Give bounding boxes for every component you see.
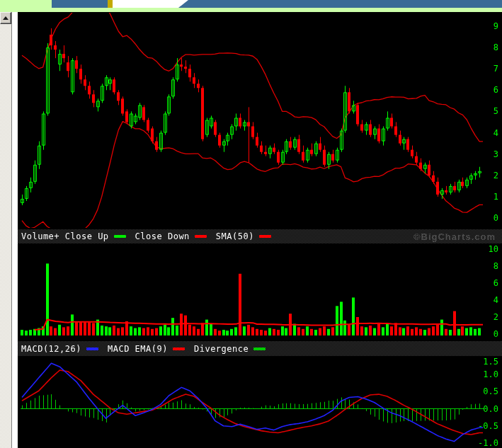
y-axis-tick: 10 bbox=[489, 244, 498, 254]
legend-label-divergence: Divergence bbox=[194, 344, 249, 354]
y-axis-tick: 1.0 bbox=[483, 369, 498, 379]
y-axis-tick: 0.0 bbox=[483, 404, 498, 414]
y-axis-tick: 4 bbox=[494, 295, 498, 305]
y-axis-tick: 6 bbox=[494, 278, 498, 288]
bigcharts-watermark: ©BigCharts.com bbox=[413, 231, 496, 242]
macd-ema-swatch bbox=[173, 348, 185, 350]
y-axis-tick: 3 bbox=[494, 149, 498, 159]
y-axis-tick: 8 bbox=[494, 261, 498, 271]
y-axis-tick: 1.5 bbox=[483, 357, 498, 367]
y-axis-tick: 0 bbox=[494, 213, 498, 223]
legend-label-close-up: Volume+ Close Up bbox=[21, 231, 109, 241]
stock-chart-canvas bbox=[0, 0, 502, 448]
y-axis-tick: 9 bbox=[494, 21, 498, 31]
close-down-swatch bbox=[195, 235, 207, 238]
y-axis-tick: 8 bbox=[494, 42, 498, 52]
sma50-swatch bbox=[259, 235, 271, 238]
up-arrow-icon bbox=[3, 16, 8, 20]
y-axis-tick: 2 bbox=[494, 312, 498, 322]
divergence-swatch bbox=[253, 348, 266, 350]
close-up-swatch bbox=[114, 235, 126, 238]
legend-label-sma50: SMA(50) bbox=[216, 231, 254, 241]
y-axis-tick: 5 bbox=[494, 106, 498, 116]
bigcharts-stock-chart-page: 987654321010864201.51.00.50.0-0.5-1.0 Vo… bbox=[0, 0, 502, 448]
scroll-up-button[interactable] bbox=[0, 12, 11, 24]
macd-legend-bar: MACD(12,26) MACD EMA(9) Divergence bbox=[18, 341, 502, 356]
y-axis-tick: -1.0 bbox=[478, 438, 498, 448]
legend-label-macd-ema: MACD EMA(9) bbox=[108, 344, 168, 354]
page-margin bbox=[12, 12, 18, 448]
y-axis-tick: 4 bbox=[494, 128, 498, 138]
y-axis-tick: 0 bbox=[494, 329, 498, 339]
legend-label-macd: MACD(12,26) bbox=[21, 344, 81, 354]
y-axis-tick: 6 bbox=[494, 85, 498, 95]
y-axis-tick: 2 bbox=[494, 171, 498, 180]
y-axis-tick: 0.5 bbox=[483, 386, 498, 396]
macd-line-swatch bbox=[86, 348, 98, 350]
y-axis-tick: 1 bbox=[494, 192, 498, 202]
legend-label-close-down: Close Down bbox=[135, 231, 190, 241]
y-axis-tick: -0.5 bbox=[478, 421, 498, 431]
vertical-scrollbar[interactable] bbox=[0, 12, 12, 448]
y-axis-tick: 7 bbox=[494, 64, 498, 74]
scrollbar-track[interactable] bbox=[0, 24, 11, 448]
volume-legend-bar: Volume+ Close Up Close Down SMA(50) ©Big… bbox=[18, 229, 502, 243]
